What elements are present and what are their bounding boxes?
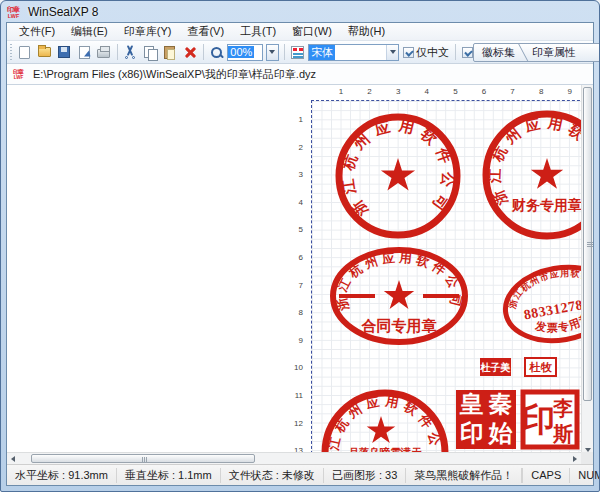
horizontal-scrollbar-thumb[interactable] — [31, 454, 255, 463]
menu-item-5[interactable]: 窗口(W) — [284, 23, 340, 40]
checkbox-checked-icon — [462, 47, 473, 58]
scrollbar-corner — [581, 452, 593, 464]
triangle-right-icon — [573, 456, 577, 462]
svg-text:李: 李 — [552, 397, 573, 419]
toolbar-separator — [455, 44, 456, 60]
seal-contract-oval[interactable]: 浙江杭州应用软件公司合同专用章 — [333, 250, 465, 342]
font-dropdown-button[interactable] — [386, 45, 398, 60]
document-icon-subtext: LWF — [14, 75, 27, 80]
scroll-left-button[interactable] — [7, 453, 19, 464]
vertical-scrollbar[interactable] — [581, 85, 593, 456]
app-icon-subtext: LWF — [8, 13, 22, 19]
seal-qinshihuang-square[interactable]: 皇秦印始 — [456, 390, 516, 449]
title-bar[interactable]: 印章 LWF WinSealXP 8 — [1, 1, 599, 21]
tab-seal-properties[interactable]: 印章属性 — [524, 45, 584, 60]
seal-canvas[interactable]: 12345678912345678910111213 浙江杭州应用软件公司浙江杭… — [7, 85, 593, 464]
toolbar-separator — [284, 44, 285, 60]
paste-icon — [164, 46, 175, 59]
seals-layer: 浙江杭州应用软件公司浙江杭州应用软件公司财务专用章浙江杭州应用软件公司合同专用章… — [7, 85, 593, 464]
paste-button[interactable] — [161, 43, 179, 61]
svg-text:印: 印 — [522, 402, 555, 438]
scrollbar-grip — [144, 457, 145, 463]
zoom-value: 00% — [228, 46, 254, 58]
app-icon-text: 印章 — [7, 6, 23, 13]
app-window: 印章 LWF WinSealXP 8 文件(F)编辑(E)印章库(Y)查看(V)… — [0, 0, 600, 492]
menu-item-3[interactable]: 查看(V) — [179, 23, 232, 40]
checkbox-checked-icon — [403, 47, 414, 58]
svg-text:始: 始 — [488, 420, 513, 446]
delete-button[interactable] — [181, 43, 199, 61]
checkbox-label: 仅中文 — [416, 45, 449, 60]
svg-text:杜子美: 杜子美 — [480, 362, 511, 373]
character-map-icon — [291, 46, 304, 59]
character-map-button[interactable] — [289, 43, 307, 61]
seal-invoice-oval[interactable]: 浙江杭州市应用软件公司8833127898发票专用章 — [500, 259, 593, 349]
font-value: 宋体 — [309, 45, 335, 60]
vertical-scrollbar-thumb[interactable] — [583, 87, 592, 401]
print-button[interactable] — [95, 43, 113, 61]
seal-company-round[interactable]: 浙江杭州应用软件公司 — [339, 116, 457, 235]
save-button[interactable] — [55, 43, 73, 61]
seal-finance-round[interactable]: 浙江杭州应用软件公司财务专用章 — [486, 114, 593, 236]
menu-item-1[interactable]: 编辑(E) — [63, 23, 116, 40]
status-cell-2: 文件状态 : 未修改 — [221, 468, 324, 483]
document-icon: 印章 LWF — [13, 67, 27, 81]
copy-icon — [144, 46, 157, 59]
scroll-right-button[interactable] — [569, 453, 581, 464]
document-path: E:\Program Files (x86)\WinSealXP\我的印章\样品… — [33, 67, 316, 82]
chevron-down-icon — [390, 50, 396, 54]
new-file-icon — [19, 46, 30, 59]
status-key-cell-0: CAPS — [522, 468, 569, 483]
svg-text:合同专用章: 合同专用章 — [361, 317, 437, 334]
font-combobox[interactable]: 宋体 — [308, 44, 399, 61]
window-content: 文件(F)编辑(E)印章库(Y)查看(V)工具(T)窗口(W)帮助(H) 00%… — [6, 22, 594, 486]
toolbar-grip[interactable] — [10, 44, 12, 60]
horizontal-scrollbar[interactable] — [7, 452, 581, 464]
toolbar-separator — [203, 44, 204, 60]
print-icon — [97, 49, 110, 58]
checkbox-0[interactable]: 仅中文 — [403, 45, 449, 60]
seal-poem-round[interactable]: 浙江杭州应用软件公司月落乌啼霜满天 — [7, 85, 445, 464]
status-cell-4: 菜鸟黑熊破解作品！ — [406, 468, 522, 483]
triangle-left-icon — [11, 456, 15, 462]
status-cell-3: 已画图形 : 33 — [324, 468, 406, 483]
delete-icon — [184, 46, 196, 58]
save-icon — [58, 46, 70, 58]
toolbar: 00% 宋体 仅中文阳章五星有图符 徽标集 印章属性 — [7, 41, 593, 64]
zoom-button[interactable] — [208, 43, 226, 61]
app-icon: 印章 LWF — [7, 4, 23, 20]
svg-text:浙江杭州应用软件公司: 浙江杭州应用软件公司 — [7, 85, 445, 452]
seal-du-mu-rect[interactable]: 杜牧 — [525, 358, 556, 376]
menu-bar: 文件(F)编辑(E)印章库(Y)查看(V)工具(T)窗口(W)帮助(H) — [7, 23, 593, 41]
zoom-dropdown-button[interactable] — [266, 44, 279, 61]
seal-du-zimei-rect[interactable]: 杜子美 — [480, 358, 512, 376]
chevron-down-icon — [269, 50, 275, 54]
svg-text:秦: 秦 — [489, 391, 513, 417]
toolbar-separator — [117, 44, 118, 60]
menu-item-6[interactable]: 帮助(H) — [340, 23, 393, 40]
copy-button[interactable] — [141, 43, 159, 61]
status-cell-1: 垂直坐标 : 1.1mm — [117, 468, 221, 483]
export-icon — [79, 46, 90, 59]
status-bar: 水平坐标 : 91.3mm垂直坐标 : 1.1mm文件状态 : 未修改已画图形 … — [7, 464, 593, 485]
cut-button[interactable] — [122, 43, 140, 61]
svg-text:财务专用章: 财务专用章 — [511, 197, 582, 213]
menu-item-0[interactable]: 文件(F) — [11, 23, 63, 40]
open-folder-icon — [38, 47, 51, 57]
svg-text:印: 印 — [460, 420, 484, 446]
svg-text:浙江杭州应用软件公司: 浙江杭州应用软件公司 — [487, 114, 593, 209]
zoom-combobox[interactable]: 00% — [227, 44, 263, 61]
status-key-cell-1: NUM: O — [569, 468, 600, 483]
menu-item-4[interactable]: 工具(T) — [232, 23, 284, 40]
magnifier-icon — [210, 46, 223, 59]
open-file-button[interactable] — [36, 43, 54, 61]
cut-icon — [123, 45, 137, 59]
document-title-bar[interactable]: 印章 LWF E:\Program Files (x86)\WinSealXP\… — [7, 64, 593, 85]
tab-logo-collection[interactable]: 徽标集 — [474, 45, 523, 60]
svg-text:斯: 斯 — [552, 423, 573, 445]
menu-item-2[interactable]: 印章库(Y) — [116, 23, 180, 40]
new-file-button[interactable] — [16, 43, 34, 61]
scrollbar-grip — [587, 244, 593, 245]
export-button[interactable] — [75, 43, 93, 61]
seal-lisi-square[interactable]: 印李斯 — [522, 392, 577, 447]
